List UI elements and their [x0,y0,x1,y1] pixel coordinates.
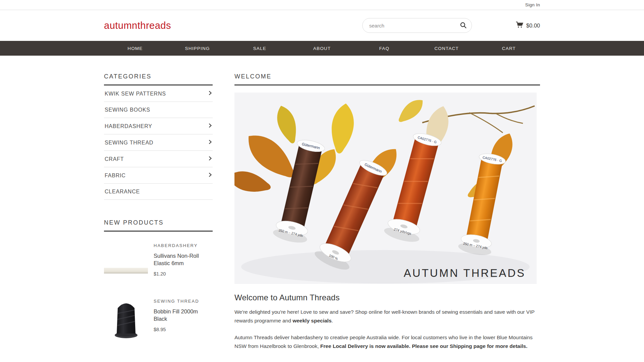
product-card-bobbin[interactable]: SEWING THREAD Bobbin Fill 2000m Black $8… [104,296,213,343]
category-label: FABRIC [105,173,126,179]
category-kwik-sew-patterns[interactable]: KWIK SEW PATTERNS [104,85,213,102]
search-button[interactable] [459,21,467,29]
chevron-right-icon [208,90,212,97]
categories-title: CATEGORIES [104,73,213,84]
sidebar: CATEGORIES KWIK SEW PATTERNS SEWING BOOK… [104,73,213,351]
category-craft[interactable]: CRAFT [104,151,213,167]
free-delivery-note: Free Local Delivery is now available. Pl… [320,343,528,349]
intro-text-end: . [332,318,333,323]
product-price: $8.95 [154,327,209,332]
product-title[interactable]: Bobbin Fill 2000m Black [154,308,209,323]
intro-text: We're delighted you're here! Love to sew… [234,309,535,323]
nav-item-home[interactable]: HOME [104,41,166,56]
nav-item-cart[interactable]: CART [478,41,540,56]
sign-in-link[interactable]: Sign In [525,2,540,7]
hero-caption: AUTUMN THREADS [404,267,526,279]
category-label: SEWING BOOKS [105,107,150,113]
top-bar: Sign In [0,0,644,10]
category-sewing-books[interactable]: SEWING BOOKS [104,102,213,118]
nav-item-sale[interactable]: SALE [228,41,291,56]
nav-item-faq[interactable]: FAQ [353,41,416,56]
site-header: autumnthreads $0.00 [0,10,644,41]
category-label: CLEARANCE [105,189,140,195]
product-image-bobbin [104,296,148,343]
chevron-right-icon [208,123,212,129]
product-category: HABERDASHERY [154,243,209,248]
category-haberdashery[interactable]: HABERDASHERY [104,118,213,134]
product-category: SEWING THREAD [154,299,209,304]
product-price: $1.20 [154,271,209,277]
product-card-elastic[interactable]: HABERDASHERY Sullivans Non-Roll Elastic … [104,240,213,287]
main-nav: HOME SHIPPING SALE ABOUT FAQ CONTACT CAR… [0,41,644,56]
search-icon [460,25,467,30]
nav-item-shipping[interactable]: SHIPPING [166,41,229,56]
welcome-heading: Welcome to Autumn Threads [234,293,540,302]
search-box [362,18,472,33]
chevron-right-icon [208,156,212,162]
welcome-title: WELCOME [234,73,540,84]
product-image-elastic [104,240,148,287]
search-input[interactable] [362,18,472,33]
delivery-paragraph: Autumn Threads deliver haberdashery to c… [234,333,540,351]
main-content: WELCOME [234,73,540,351]
category-clearance[interactable]: CLEARANCE [104,184,213,200]
new-products-rule [104,231,213,232]
site-logo[interactable]: autumnthreads [104,20,171,31]
cart-total: $0.00 [526,22,540,29]
hero-image: Gütermann 250 m – 274 yds Gütermann 100 … [234,93,537,284]
intro-paragraph: We're delighted you're here! Love to sew… [234,308,540,325]
welcome-rule [234,84,540,85]
category-label: HABERDASHERY [105,123,152,129]
category-fabric[interactable]: FABRIC [104,167,213,184]
category-label: KWIK SEW PATTERNS [105,91,166,97]
header-cart[interactable]: $0.00 [516,21,540,29]
cart-icon [516,21,524,29]
product-title[interactable]: Sullivans Non-Roll Elastic 6mm [154,252,209,267]
new-products-title: NEW PRODUCTS [104,219,213,231]
weekly-specials-link[interactable]: weekly specials [292,318,331,323]
nav-item-contact[interactable]: CONTACT [416,41,478,56]
nav-item-about[interactable]: ABOUT [291,41,353,56]
elastic-strip-image [104,268,148,274]
category-label: CRAFT [105,156,124,162]
category-sewing-thread[interactable]: SEWING THREAD [104,134,213,151]
chevron-right-icon [208,172,212,179]
black-bobbin-image [111,299,141,340]
category-label: SEWING THREAD [105,140,153,146]
chevron-right-icon [208,139,212,146]
hero-threads-illustration: Gütermann 250 m – 274 yds Gütermann 100 … [234,93,537,284]
